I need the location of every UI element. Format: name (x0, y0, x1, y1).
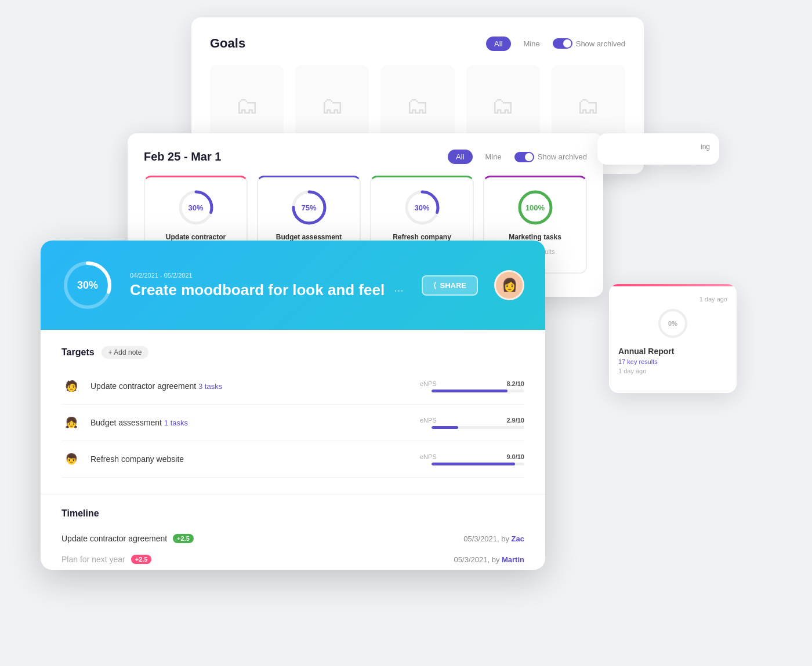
folder-icon-5: 🗂 (577, 93, 600, 119)
annual-time-bottom: 1 day ago (618, 367, 727, 374)
add-note-button[interactable]: + Add note (102, 346, 149, 359)
progress-bar-fill-2 (432, 426, 458, 429)
goals-title: Goals (210, 36, 245, 51)
goal-card-name-2: Budget assessment (276, 233, 342, 241)
progress-bar-fill-3 (432, 463, 515, 465)
target-tasks-link-1[interactable]: 3 tasks (198, 382, 222, 391)
share-label: SHARE (440, 281, 466, 290)
target-avatar-2: 👧 (61, 413, 81, 432)
target-avatar-1: 🧑 (61, 376, 81, 396)
targets-header: Targets + Add note (61, 346, 524, 359)
target-name-2: Budget assessment 1 tasks (90, 418, 411, 427)
show-archived-label: Show archived (576, 39, 625, 48)
progress-bar-bg-1 (432, 390, 524, 392)
timeline-label-2: Plan for next year (61, 555, 125, 564)
timeline-author-1: Zac (512, 534, 524, 543)
metric-label-1: eNPS (420, 380, 437, 387)
target-metric-2: eNPS 2.9/10 (420, 417, 524, 429)
annual-key-results: 17 key results (618, 358, 727, 365)
timeline-row-2: Plan for next year +2.5 05/3/2021, by Ma… (61, 549, 524, 570)
metric-value-2: 2.9/10 (506, 417, 524, 424)
progress-bar-bg-3 (432, 463, 524, 465)
timeline-title: Timeline (61, 508, 524, 519)
target-metric-3: eNPS 9.0/10 (420, 453, 524, 465)
progress-pct-4: 100% (525, 203, 545, 212)
metric-value-3: 9.0/10 (506, 453, 524, 460)
target-name-1: Update contractor agreement 3 tasks (90, 381, 411, 391)
panel-annual: 1 day ago 0% Annual Report 17 key result… (609, 284, 737, 393)
targets-section: Targets + Add note 🧑 Update contractor a… (41, 330, 545, 494)
weekly-toggle-switch-icon[interactable] (514, 152, 534, 162)
progress-pct-1: 30% (188, 203, 203, 212)
metric-label-row-3: eNPS 9.0/10 (420, 453, 524, 460)
share-button[interactable]: ⟨ SHARE (422, 275, 478, 296)
panel-main: 30% 04/2/2021 - 05/2/2021 Create moodboa… (41, 241, 545, 570)
timeline-label-1: Update contractor agreement (61, 534, 167, 543)
progress-circle-4: 100% (517, 189, 554, 226)
target-row-1: 🧑 Update contractor agreement 3 tasks eN… (61, 368, 524, 405)
user-avatar: 👩 (494, 270, 524, 300)
annual-progress: 0% (657, 307, 689, 340)
scene: Goals All Mine Show archived 🗂 🗂 🗂 🗂 (0, 0, 812, 666)
metric-label-row-1: eNPS 8.2/10 (420, 380, 524, 387)
weekly-show-archived-toggle[interactable]: Show archived (514, 152, 587, 162)
avatar-emoji: 👩 (502, 278, 517, 293)
timeline-badge-1: +2.5 (173, 534, 194, 543)
folder-icon-1: 🗂 (235, 93, 259, 119)
folder-icon-2: 🗂 (321, 93, 344, 119)
folder-icon-4: 🗂 (491, 93, 514, 119)
targets-title: Targets (61, 347, 95, 358)
target-row-3: 👦 Refresh company website eNPS 9.0/10 (61, 441, 524, 478)
timeline-left-1: Update contractor agreement +2.5 (61, 534, 194, 543)
goal-card-name-4: Marketing tasks (509, 233, 561, 241)
progress-circle-3: 30% (404, 189, 441, 226)
main-header-date: 04/2/2021 - 05/2/2021 (130, 272, 405, 279)
target-avatar-3: 👦 (61, 449, 81, 469)
timeline-author-2: Martin (502, 555, 524, 564)
annual-body: 1 day ago 0% Annual Report 17 key result… (609, 286, 737, 384)
annual-time-top: 1 day ago (618, 296, 727, 303)
goals-header: Goals All Mine Show archived (210, 36, 625, 51)
timeline-left-2: Plan for next year +2.5 (61, 555, 151, 564)
panel-side-top: ing (597, 133, 719, 165)
main-header-title: Create moodboard for look and feel (130, 281, 385, 299)
folder-icon-3: 🗂 (406, 93, 429, 119)
goals-filter-all[interactable]: All (486, 37, 510, 51)
timeline-section: Timeline Update contractor agreement +2.… (41, 494, 545, 570)
target-row-2: 👧 Budget assessment 1 tasks eNPS 2.9/10 (61, 405, 524, 441)
main-progress-circle: 30% (61, 259, 114, 311)
metric-label-3: eNPS (420, 453, 437, 460)
weekly-show-archived-label: Show archived (538, 152, 587, 161)
timeline-row-1: Update contractor agreement +2.5 05/3/20… (61, 528, 524, 549)
annual-circle-container: 0% (618, 307, 727, 340)
progress-bar-fill-1 (432, 390, 507, 392)
toggle-switch-icon[interactable] (553, 38, 572, 49)
share-icon: ⟨ (433, 281, 436, 290)
timeline-right-1: 05/3/2021, by Zac (463, 534, 524, 543)
main-header-info: 04/2/2021 - 05/2/2021 Create moodboard f… (130, 272, 405, 299)
annual-title: Annual Report (618, 347, 727, 356)
target-tasks-link-2[interactable]: 1 tasks (164, 418, 188, 427)
goals-filter-group: All Mine Show archived (486, 37, 625, 51)
side-card-time: ing (607, 143, 710, 151)
target-metric-1: eNPS 8.2/10 (420, 380, 524, 392)
progress-pct-3: 30% (414, 203, 429, 212)
metric-value-1: 8.2/10 (506, 380, 524, 387)
weekly-filter-all[interactable]: All (448, 150, 472, 164)
progress-circle-2: 75% (291, 189, 328, 226)
main-progress-pct: 30% (77, 279, 98, 292)
weekly-filter-mine[interactable]: Mine (477, 150, 510, 164)
metric-label-row-2: eNPS 2.9/10 (420, 417, 524, 424)
timeline-badge-2: +2.5 (131, 555, 152, 564)
annual-pct-label: 0% (668, 320, 677, 327)
more-options-icon[interactable]: ··· (394, 283, 404, 297)
goals-show-archived-toggle[interactable]: Show archived (553, 38, 625, 49)
weekly-header: Feb 25 - Mar 1 All Mine Show archived (144, 150, 587, 164)
main-header: 30% 04/2/2021 - 05/2/2021 Create moodboa… (41, 241, 545, 330)
goals-filter-mine[interactable]: Mine (516, 37, 548, 51)
progress-bar-bg-2 (432, 426, 524, 429)
weekly-title: Feb 25 - Mar 1 (144, 150, 221, 163)
progress-pct-2: 75% (301, 203, 316, 212)
progress-circle-1: 30% (177, 189, 215, 226)
metric-label-2: eNPS (420, 417, 437, 424)
